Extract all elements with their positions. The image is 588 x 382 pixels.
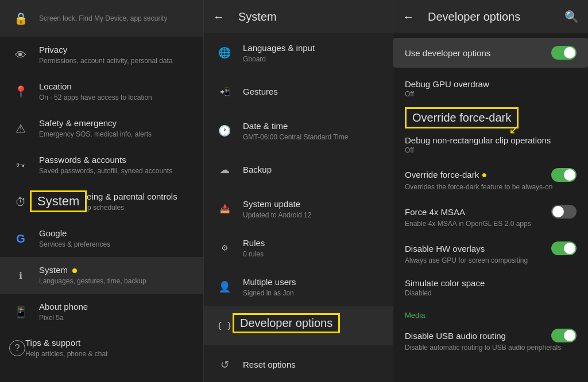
override-annotation-box: Override force-dark: [405, 107, 519, 128]
sidebar-item-tips[interactable]: ? Tips & support Help articles, phone & …: [0, 330, 203, 366]
datetime-icon: 🕐: [213, 119, 236, 142]
force-4x-msaa-title: Force 4x MSAA: [405, 207, 551, 217]
dev-option-force-4x-msaa[interactable]: Force 4x MSAA Enable 4x MSAA in OpenGL E…: [393, 198, 588, 235]
disable-usb-audio-toggle[interactable]: [551, 329, 577, 342]
datetime-title: Date & time: [243, 120, 384, 132]
sidebar-item-privacy[interactable]: 👁 Privacy Permissions, account activity,…: [0, 37, 203, 73]
dev-option-disable-usb-audio[interactable]: Disable USB audio routing Disable automa…: [393, 322, 588, 358]
debug-nonrect-title: Debug non-rectangular clip operations: [405, 135, 577, 145]
sidebar-item-about[interactable]: 📱 About phone Pixel 5a: [0, 294, 203, 330]
resetoptions-icon: ↺: [213, 353, 236, 376]
dev-option-debug-nonrect[interactable]: Debug non-rectangular clip operations Of…: [393, 128, 588, 161]
sidebar-item-passwords[interactable]: 🗝 Passwords & accounts Saved passwords, …: [0, 147, 203, 184]
dev-options-annotation-label: Developer options: [240, 317, 332, 329]
sidebar-item-safety[interactable]: ⚠ Safety & emergency Emergency SOS, medi…: [0, 110, 203, 147]
override-annotation-label: Override force-dark: [412, 111, 511, 124]
rules-title: Rules: [243, 237, 384, 249]
middle-back-button[interactable]: ←: [213, 10, 225, 24]
right-panel-header: ← Developer options 🔍: [393, 0, 588, 33]
about-title: About phone: [39, 301, 194, 313]
sidebar-item-system[interactable]: ℹ System Languages, gestures, time, back…: [0, 257, 203, 294]
override-dot: ●: [481, 170, 487, 180]
right-header-title: Developer options: [428, 10, 564, 24]
about-subtitle: Pixel 5a: [39, 314, 194, 323]
media-section-label: Media: [393, 304, 588, 322]
privacy-icon: 👁: [9, 44, 32, 67]
debug-nonrect-subtitle: Off: [405, 146, 577, 154]
middle-header-title: System: [238, 10, 384, 24]
gestures-icon: 📲: [213, 80, 236, 103]
override-force-dark-toggle[interactable]: [551, 168, 577, 182]
menu-item-developeroptions[interactable]: { } Developer options Developer options: [204, 306, 393, 345]
dev-options-annotation-box: Developer options: [233, 313, 340, 333]
simulate-color-space-subtitle: Disabled: [405, 289, 577, 297]
debug-gpu-title: Debug GPU overdraw: [405, 79, 577, 89]
system-subtitle: Languages, gestures, time, backup: [39, 277, 194, 286]
menu-item-rules[interactable]: ⚙ Rules 0 rules: [204, 228, 393, 267]
disable-usb-audio-subtitle: Disable automatic routing to USB audio p…: [405, 344, 577, 352]
rules-icon: ⚙: [213, 236, 236, 259]
languages-icon: 🌐: [213, 41, 236, 64]
right-back-button[interactable]: ←: [403, 10, 414, 24]
simulate-color-space-title: Simulate color space: [405, 278, 577, 288]
dev-option-simulate-color-space[interactable]: Simulate color space Disabled: [393, 271, 588, 304]
force-4x-msaa-toggle[interactable]: [551, 205, 577, 219]
passwords-title: Passwords & accounts: [39, 154, 194, 166]
safety-title: Safety & emergency: [39, 118, 194, 129]
debug-gpu-subtitle: Off: [405, 90, 577, 98]
sidebar-item-google[interactable]: G Google Services & preferences: [0, 220, 203, 257]
multipleusers-icon: 👤: [213, 275, 236, 298]
system-title: System: [39, 264, 194, 276]
languages-title: Languages & input: [243, 42, 384, 54]
google-title: Google: [39, 228, 194, 239]
security-icon: 🔒: [9, 7, 32, 30]
menu-item-datetime[interactable]: 🕐 Date & time GMT-06:00 Central Standard…: [204, 111, 393, 150]
systemupdate-subtitle: Updated to Android 12: [243, 211, 384, 219]
menu-item-resetoptions[interactable]: ↺ Reset options: [204, 345, 393, 382]
dev-option-override-force-dark[interactable]: Override force-dark ● Overrides the forc…: [393, 161, 588, 198]
passwords-subtitle: Saved passwords, autofill, synced accoun…: [39, 167, 194, 176]
about-icon: 📱: [9, 301, 32, 323]
disable-hw-overlays-toggle[interactable]: [551, 241, 577, 255]
tips-icon: ?: [9, 340, 25, 356]
location-subtitle: On · 52 apps have access to location: [39, 93, 194, 103]
gestures-title: Gestures: [243, 86, 384, 98]
system-icon: ℹ: [9, 264, 32, 287]
sidebar-item-location[interactable]: 📍 Location On · 52 apps have access to l…: [0, 73, 203, 110]
use-dev-options-toggle[interactable]: [551, 46, 577, 60]
dev-option-disable-hw-overlays[interactable]: Disable HW overlays Always use GPU for s…: [393, 235, 588, 271]
google-icon: G: [9, 227, 32, 250]
privacy-subtitle: Permissions, account activity, personal …: [39, 57, 194, 66]
systemupdate-icon: 📥: [213, 197, 236, 220]
override-arrow-down: ↙: [509, 122, 519, 137]
passwords-icon: 🗝: [9, 154, 32, 177]
right-panel: ← Developer options 🔍 Use developer opti…: [393, 0, 588, 382]
sidebar-item-wellbeing[interactable]: ⏱ Digital Wellbeing & parental controls …: [0, 184, 203, 220]
menu-item-systemupdate[interactable]: 📥 System update Updated to Android 12: [204, 189, 393, 228]
force-4x-msaa-subtitle: Enable 4x MSAA in OpenGL ES 2.0 apps: [405, 220, 577, 228]
dev-option-use-dev-options[interactable]: Use developer options: [393, 38, 588, 68]
override-annotation-container: Override force-dark ↙: [393, 105, 588, 128]
rules-subtitle: 0 rules: [243, 250, 384, 258]
privacy-title: Privacy: [39, 44, 194, 56]
menu-item-languages[interactable]: 🌐 Languages & input Gboard: [204, 33, 393, 72]
search-icon[interactable]: 🔍: [564, 10, 579, 24]
menu-item-gestures[interactable]: 📲 Gestures: [204, 72, 393, 111]
backup-icon: ☁: [213, 158, 236, 181]
security-subtitle: Screen lock, Find My Device, app securit…: [39, 14, 194, 24]
menu-item-multipleusers[interactable]: 👤 Multiple users Signed in as Jon: [204, 267, 393, 306]
system-annotation-label: System: [37, 194, 79, 208]
disable-usb-audio-title: Disable USB audio routing: [405, 331, 551, 341]
resetoptions-title: Reset options: [243, 359, 384, 371]
datetime-subtitle: GMT-06:00 Central Standard Time: [243, 133, 384, 141]
safety-icon: ⚠: [9, 117, 32, 140]
tips-title: Tips & support: [25, 337, 194, 349]
systemupdate-title: System update: [243, 198, 384, 210]
left-panel: 🔒 Screen lock, Find My Device, app secur…: [0, 0, 204, 382]
dev-option-debug-gpu[interactable]: Debug GPU overdraw Off: [393, 72, 588, 105]
wellbeing-icon: ⏱: [9, 190, 32, 213]
multipleusers-title: Multiple users: [243, 276, 384, 288]
sidebar-item-security[interactable]: 🔒 Screen lock, Find My Device, app secur…: [0, 0, 203, 37]
use-dev-options-title: Use developer options: [405, 48, 551, 58]
menu-item-backup[interactable]: ☁ Backup: [204, 150, 393, 189]
